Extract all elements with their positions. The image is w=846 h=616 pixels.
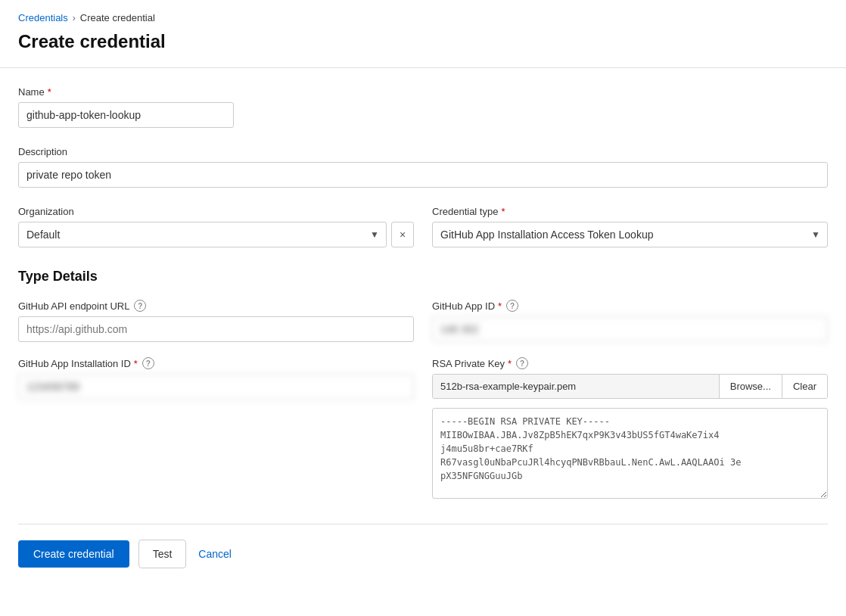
org-clear-button[interactable]: × xyxy=(391,222,414,247)
credential-type-label: Credential type * xyxy=(432,206,828,217)
credential-type-required-star: * xyxy=(501,206,505,217)
page-title: Create credential xyxy=(18,31,828,52)
github-api-label: GitHub API endpoint URL ? xyxy=(18,300,414,312)
github-installation-id-label: GitHub App Installation ID * ? xyxy=(18,357,414,369)
clear-button[interactable]: Clear xyxy=(782,375,827,398)
action-bar: Create credential Test Cancel xyxy=(18,524,828,568)
credential-type-select[interactable]: GitHub App Installation Access Token Loo… xyxy=(432,222,828,247)
breadcrumb-credentials-link[interactable]: Credentials xyxy=(18,12,68,23)
github-app-id-required: * xyxy=(498,300,502,312)
organization-select[interactable]: Default xyxy=(18,222,387,247)
breadcrumb-current: Create credential xyxy=(80,12,155,23)
description-label: Description xyxy=(18,146,828,157)
github-api-help-icon[interactable]: ? xyxy=(134,300,146,312)
github-app-id-help-icon[interactable]: ? xyxy=(506,300,518,312)
type-details-title: Type Details xyxy=(18,269,828,285)
organization-label: Organization xyxy=(18,206,414,217)
title-divider xyxy=(0,67,846,68)
breadcrumb-separator: › xyxy=(73,13,76,23)
installation-id-required: * xyxy=(134,358,138,369)
description-input[interactable] xyxy=(18,162,828,188)
github-app-id-input[interactable] xyxy=(432,316,828,342)
github-api-input[interactable] xyxy=(18,316,414,342)
breadcrumb: Credentials › Create credential xyxy=(18,12,828,23)
rsa-textarea[interactable]: -----BEGIN RSA PRIVATE KEY----- MIIBOwIB… xyxy=(432,408,828,499)
create-credential-button[interactable]: Create credential xyxy=(18,540,129,568)
github-installation-id-input[interactable] xyxy=(18,374,414,400)
name-input[interactable] xyxy=(18,102,234,128)
browse-button[interactable]: Browse... xyxy=(719,375,782,398)
organization-select-container: Default ▼ × xyxy=(18,222,414,247)
rsa-key-required: * xyxy=(508,358,512,369)
rsa-file-input-row: 512b-rsa-example-keypair.pem Browse... C… xyxy=(432,374,828,399)
name-label: Name * xyxy=(18,86,828,98)
rsa-key-help-icon[interactable]: ? xyxy=(516,357,528,369)
rsa-key-label: RSA Private Key * ? xyxy=(432,357,828,369)
name-required-star: * xyxy=(48,86,51,98)
installation-id-help-icon[interactable]: ? xyxy=(142,357,154,369)
github-app-id-label: GitHub App ID * ? xyxy=(432,300,828,312)
rsa-content-container: -----BEGIN RSA PRIVATE KEY----- MIIBOwIB… xyxy=(432,403,828,501)
test-button[interactable]: Test xyxy=(138,540,187,568)
type-details-section: Type Details GitHub API endpoint URL ? G… xyxy=(18,269,828,501)
credential-type-select-wrapper: GitHub App Installation Access Token Loo… xyxy=(432,222,828,247)
org-clear-icon: × xyxy=(400,229,406,241)
rsa-file-name: 512b-rsa-example-keypair.pem xyxy=(433,375,719,398)
cancel-button[interactable]: Cancel xyxy=(195,540,235,568)
